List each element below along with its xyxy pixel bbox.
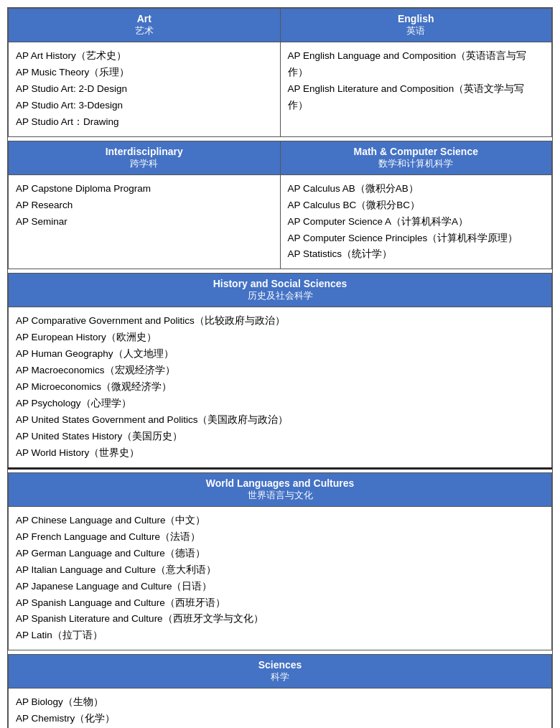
list-item: AP United States History（美国历史）: [16, 429, 544, 445]
header-math-cs: Math & Computer Science 数学和计算机科学: [280, 141, 552, 174]
art-header-en: Art: [14, 13, 274, 24]
list-item: AP Calculus BC（微积分BC）: [288, 197, 545, 214]
list-item: AP Chinese Language and Culture（中文）: [16, 513, 544, 529]
history-header-zh: 历史及社会科学: [14, 289, 546, 302]
header-interdisciplinary: Interdisciplinary 跨学科: [9, 141, 281, 174]
list-item: AP English Literature and Composition（英语…: [288, 81, 545, 114]
content-world-languages: AP Chinese Language and Culture（中文） AP F…: [9, 506, 552, 650]
row-art-english: Art 艺术 English 英语: [9, 9, 552, 42]
world-lang-header-zh: 世界语言与文化: [14, 489, 546, 502]
english-header-zh: 英语: [286, 24, 546, 37]
list-item: AP Microeconomics（微观经济学）: [16, 379, 544, 396]
list-item: AP European History（欧洲史）: [16, 330, 544, 346]
interdisciplinary-header-zh: 跨学科: [14, 157, 274, 170]
sciences-content: AP Biology（生物） AP Chemistry（化学） AP Envir…: [9, 689, 552, 728]
list-item: AP Italian Language and Culture（意大利语）: [16, 562, 544, 579]
row-world-lang-header: World Languages and Cultures 世界语言与文化: [9, 472, 552, 506]
list-item: AP Art History（艺术史）: [16, 48, 273, 65]
interdisciplinary-header-en: Interdisciplinary: [14, 146, 274, 157]
list-item: AP English Language and Composition（英语语言…: [288, 48, 545, 81]
list-item: AP Studio Art: 3-Ddesign: [16, 98, 273, 114]
list-item: AP Biology（生物）: [16, 694, 544, 711]
list-item: AP Macroeconomics（宏观经济学）: [16, 363, 544, 379]
list-item: AP Latin（拉丁语）: [16, 627, 544, 644]
row-sciences-header: Sciences 科学: [9, 655, 552, 689]
list-item: AP Seminar: [16, 214, 273, 230]
header-world-languages: World Languages and Cultures 世界语言与文化: [9, 472, 552, 506]
row-history-header: History and Social Sciences 历史及社会科学: [9, 274, 552, 307]
content-sciences: AP Biology（生物） AP Chemistry（化学） AP Envir…: [9, 689, 552, 728]
header-history: History and Social Sciences 历史及社会科学: [9, 274, 552, 307]
header-english: English 英语: [280, 9, 552, 42]
list-item: AP Research: [16, 197, 273, 214]
content-interdisciplinary-math: AP Capstone Diploma Program AP Research …: [9, 174, 552, 269]
list-item: AP Spanish Literature and Culture（西班牙文学与…: [16, 611, 544, 627]
english-header-en: English: [286, 13, 546, 24]
row-interdisciplinary-math: Interdisciplinary 跨学科 Math & Computer Sc…: [9, 141, 552, 174]
list-item: AP Japanese Language and Culture（日语）: [16, 579, 544, 595]
list-item: AP World History（世界史）: [16, 445, 544, 462]
world-lang-header-en: World Languages and Cultures: [14, 477, 546, 489]
list-item: AP United States Government and Politics…: [16, 412, 544, 429]
math-cs-header-en: Math & Computer Science: [286, 146, 546, 157]
list-item: AP Capstone Diploma Program: [16, 181, 273, 197]
list-item: AP Chemistry（化学）: [16, 711, 544, 727]
art-header-zh: 艺术: [14, 24, 274, 37]
sciences-header-zh: 科学: [14, 671, 546, 683]
list-item: AP Calculus AB（微积分AB）: [288, 181, 545, 197]
world-languages-content: AP Chinese Language and Culture（中文） AP F…: [9, 506, 552, 650]
content-history: AP Comparative Government and Politics（比…: [9, 307, 552, 468]
list-item: AP Computer Science A（计算机科学A）: [288, 214, 545, 230]
list-item: AP Human Geography（人文地理）: [16, 346, 544, 363]
list-item: AP German Language and Culture（德语）: [16, 546, 544, 562]
list-item: AP Studio Art: 2-D Design: [16, 81, 273, 98]
interdisciplinary-content: AP Capstone Diploma Program AP Research …: [9, 174, 281, 269]
header-sciences: Sciences 科学: [9, 655, 552, 689]
list-item: AP Studio Art：Drawing: [16, 114, 273, 131]
list-item: AP Spanish Language and Culture（西班牙语）: [16, 595, 544, 612]
math-cs-header-zh: 数学和计算机科学: [286, 157, 546, 170]
art-content: AP Art History（艺术史） AP Music Theory（乐理） …: [9, 42, 281, 137]
list-item: AP Computer Science Principles（计算机科学原理）: [288, 230, 545, 247]
header-art: Art 艺术: [9, 9, 281, 42]
math-cs-content: AP Calculus AB（微积分AB） AP Calculus BC（微积分…: [280, 174, 552, 269]
history-content: AP Comparative Government and Politics（比…: [9, 307, 552, 468]
list-item: AP Statistics（统计学）: [288, 246, 545, 263]
list-item: AP Comparative Government and Politics（比…: [16, 313, 544, 330]
sciences-header-en: Sciences: [14, 659, 546, 671]
list-item: AP Psychology（心理学）: [16, 396, 544, 412]
content-art-english: AP Art History（艺术史） AP Music Theory（乐理） …: [9, 42, 552, 137]
list-item: AP Music Theory（乐理）: [16, 65, 273, 81]
list-item: AP French Language and Culture（法语）: [16, 529, 544, 546]
english-content: AP English Language and Composition（英语语言…: [280, 42, 552, 137]
history-header-en: History and Social Sciences: [14, 278, 546, 289]
